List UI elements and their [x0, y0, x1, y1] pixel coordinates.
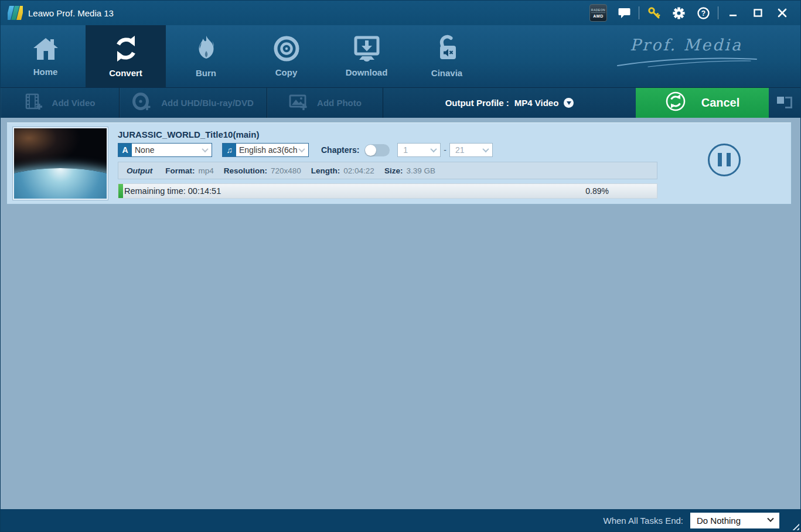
convert-icon — [111, 35, 141, 63]
progress-fill — [118, 184, 123, 198]
nav-label: Copy — [275, 67, 298, 77]
output-label: Output — [127, 166, 152, 175]
nav-tab-copy[interactable]: Copy — [246, 25, 326, 87]
cancel-spinner-icon — [665, 91, 686, 115]
chapter-from-value: 1 — [398, 145, 431, 155]
chevron-down-icon — [202, 146, 208, 152]
nav-tab-cinavia[interactable]: Cinavia — [407, 25, 487, 87]
amd-radeon-badge-icon: RADEON AMD — [589, 4, 607, 22]
progress-percent-text: 0.89% — [585, 186, 609, 196]
size-value: 3.39 GB — [406, 166, 435, 175]
cancel-label: Cancel — [701, 96, 740, 110]
burn-flame-icon — [193, 35, 220, 63]
titlebar-separator — [718, 6, 718, 19]
nav-tab-download[interactable]: Download — [326, 25, 407, 87]
chapters-label: Chapters: — [321, 145, 359, 155]
toggle-knob — [365, 145, 376, 156]
end-action-label: When All Tasks End: — [604, 516, 683, 526]
add-photo-icon — [288, 93, 308, 113]
format-label: Format: — [165, 166, 195, 175]
subtitle-value: None — [132, 145, 203, 155]
settings-gear-icon[interactable] — [666, 3, 691, 23]
output-profile-dropdown[interactable]: Output Profile : MP4 Video — [445, 98, 574, 108]
conversion-progress-bar: Remaining time: 00:14:51 0.89% — [118, 183, 657, 199]
window-title: Leawo Prof. Media 13 — [28, 8, 114, 18]
pause-button[interactable] — [708, 144, 741, 176]
close-button[interactable] — [770, 3, 795, 23]
output-profile-value: MP4 Video — [514, 98, 559, 108]
subtitle-select[interactable]: A None — [118, 143, 212, 157]
resolution-value: 720x480 — [271, 166, 301, 175]
cinavia-lock-icon — [434, 35, 461, 63]
nav-label: Download — [346, 67, 388, 77]
size-label: Size: — [384, 166, 403, 175]
task-row: JURASSIC_WORLD_Title10(main) A None ♫ En… — [6, 122, 792, 204]
brand-swoosh — [613, 55, 759, 68]
task-list-area: JURASSIC_WORLD_Title10(main) A None ♫ En… — [1, 118, 800, 509]
audio-note-icon: ♫ — [223, 144, 236, 156]
output-profile-label: Output Profile : — [445, 98, 509, 108]
end-action-value: Do Nothing — [697, 516, 741, 526]
nav-label: Convert — [109, 68, 142, 78]
app-logo-icon — [8, 6, 23, 20]
chapters-toggle[interactable] — [364, 144, 390, 156]
nav-tab-burn[interactable]: Burn — [166, 25, 246, 87]
register-key-icon[interactable] — [642, 3, 666, 23]
length-value: 02:04:22 — [343, 166, 374, 175]
titlebar-separator — [639, 6, 639, 19]
nav-label: Home — [33, 67, 58, 77]
chapter-range-separator: - — [444, 145, 446, 155]
output-profile-arrow-icon — [564, 98, 574, 108]
nav-label: Burn — [196, 68, 216, 78]
add-disc-icon — [132, 93, 152, 113]
chapter-to-select[interactable]: 21 — [449, 143, 493, 157]
task-title: JURASSIC_WORLD_Title10(main) — [118, 129, 657, 139]
chevron-down-icon — [431, 146, 437, 152]
resolution-label: Resolution: — [224, 166, 267, 175]
add-photo-button[interactable]: Add Photo — [267, 88, 383, 118]
length-label: Length: — [311, 166, 340, 175]
toolbar: Add Video Add UHD/Blu-ray/DVD Add Photo … — [1, 87, 800, 118]
app-window: Leawo Prof. Media 13 RADEON AMD ? — [0, 0, 801, 532]
thumbnail-flare-art — [14, 128, 107, 199]
cancel-button[interactable]: Cancel — [636, 88, 769, 118]
add-video-button[interactable]: Add Video — [1, 88, 120, 118]
maximize-button[interactable] — [745, 3, 770, 23]
video-thumbnail — [13, 127, 108, 200]
add-disc-button[interactable]: Add UHD/Blu-ray/DVD — [120, 88, 267, 118]
audio-value: English ac3(6ch — [236, 145, 299, 155]
chevron-down-icon — [298, 146, 305, 152]
download-icon — [353, 35, 381, 62]
minimize-button[interactable] — [721, 3, 745, 23]
copy-disc-icon — [273, 35, 300, 62]
nav-tab-convert[interactable]: Convert — [86, 25, 166, 87]
nav-tab-home[interactable]: Home — [5, 25, 86, 87]
main-nav: Home Convert Burn Copy Download — [1, 25, 800, 87]
panel-toggle-button[interactable] — [777, 96, 792, 111]
brand-text: Prof. Media — [613, 36, 759, 54]
output-info-bar: Output Format: mp4 Resolution: 720x480 L… — [118, 162, 657, 179]
home-icon — [32, 36, 60, 62]
audio-track-select[interactable]: ♫ English ac3(6ch — [222, 143, 309, 157]
svg-text:?: ? — [701, 9, 705, 18]
help-icon[interactable]: ? — [691, 3, 715, 23]
end-action-select[interactable]: Do Nothing — [690, 513, 779, 528]
subtitle-icon: A — [118, 144, 132, 156]
add-video-icon — [25, 93, 43, 113]
titlebar: Leawo Prof. Media 13 RADEON AMD ? — [1, 1, 800, 25]
pause-icon — [727, 153, 731, 166]
chevron-down-icon — [482, 146, 489, 152]
chevron-down-icon — [767, 516, 773, 522]
feedback-chat-icon[interactable] — [612, 3, 636, 23]
pause-icon — [718, 153, 722, 166]
add-video-label: Add Video — [52, 98, 96, 108]
add-photo-label: Add Photo — [317, 98, 362, 108]
format-value: mp4 — [198, 166, 213, 175]
chapter-from-select[interactable]: 1 — [397, 143, 441, 157]
statusbar: When All Tasks End: Do Nothing — [1, 509, 800, 531]
nav-label: Cinavia — [431, 68, 462, 78]
chapter-to-value: 21 — [450, 145, 483, 155]
resize-grip[interactable] — [790, 521, 799, 530]
brand-prof-media: Prof. Media — [613, 36, 759, 68]
remaining-time-text: Remaining time: 00:14:51 — [124, 186, 221, 196]
